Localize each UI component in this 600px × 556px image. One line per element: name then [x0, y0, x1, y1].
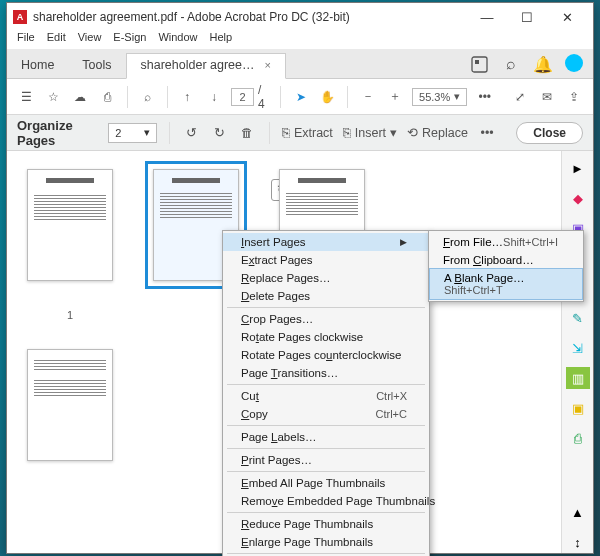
menu-edit[interactable]: Edit	[47, 31, 66, 49]
sidebar-toggle-icon[interactable]: ☰	[17, 87, 36, 107]
page-select[interactable]: 2 ▾	[108, 123, 157, 143]
maximize-button[interactable]: ☐	[507, 5, 547, 29]
page-counter: 2 / 4	[231, 83, 270, 111]
insert-label: Insert	[355, 126, 386, 140]
tab-document[interactable]: shareholder agree… ×	[126, 53, 286, 79]
chevron-down-icon: ▾	[144, 126, 150, 139]
collapse-strip-icon[interactable]: ►	[566, 157, 590, 179]
ctx-page-labels[interactable]: Page Labels…	[223, 428, 429, 446]
extract-button[interactable]: ⎘ Extract	[282, 126, 333, 140]
ctx-page-transitions[interactable]: Page Transitions…	[223, 364, 429, 382]
ctx-insert-pages[interactable]: Insert Pages▶	[223, 233, 429, 251]
create-pdf-icon[interactable]: ◆	[566, 187, 590, 209]
export-pdf-icon[interactable]: ⇲	[566, 337, 590, 359]
search-quick-icon[interactable]: ⌕	[501, 54, 521, 74]
share-icon[interactable]: ⇪	[564, 87, 583, 107]
menu-help[interactable]: Help	[210, 31, 233, 49]
find-icon[interactable]: ⌕	[138, 87, 157, 107]
tab-tools[interactable]: Tools	[68, 54, 125, 78]
quick-tools-icon[interactable]	[469, 54, 489, 74]
print-icon[interactable]: ⎙	[98, 87, 117, 107]
ctx-embed-all-page-thumbnails[interactable]: Embed All Page Thumbnails	[223, 474, 429, 492]
fit-page-icon[interactable]: ⤢	[510, 87, 529, 107]
replace-button[interactable]: ⟲ Replace	[407, 125, 468, 140]
menu-bar: File Edit View E-Sign Window Help	[7, 31, 593, 49]
selection-tool-icon[interactable]: ➤	[291, 87, 310, 107]
window-title: shareholder agreement.pdf - Adobe Acroba…	[33, 10, 467, 24]
extract-label: Extract	[294, 126, 333, 140]
zoom-out-icon[interactable]: －	[358, 87, 377, 107]
extract-icon: ⎘	[282, 126, 290, 140]
more-organize-icon[interactable]: •••	[478, 122, 496, 144]
chevron-down-icon: ▾	[454, 90, 460, 103]
ctx-remove-embedded-page-thumbnails[interactable]: Remove Embedded Page Thumbnails	[223, 492, 429, 510]
hand-tool-icon[interactable]: ✋	[318, 87, 337, 107]
page-select-value: 2	[115, 127, 121, 139]
mail-icon[interactable]: ✉	[537, 87, 556, 107]
zoom-in-icon[interactable]: ＋	[385, 87, 404, 107]
page-current-input[interactable]: 2	[231, 88, 254, 106]
organize-pages-bar: Organize Pages 2 ▾ ↺ ↻ 🗑 ⎘ Extract ⎘ Ins…	[7, 115, 593, 151]
replace-icon: ⟲	[407, 125, 418, 140]
scan-ocr-icon[interactable]: ⎙	[566, 427, 590, 449]
page-up-icon[interactable]: ↑	[178, 87, 197, 107]
svg-rect-0	[472, 57, 487, 72]
resize-grip-icon[interactable]: ↕	[566, 531, 590, 553]
chevron-down-icon: ▾	[390, 125, 397, 140]
replace-label: Replace	[422, 126, 468, 140]
ctx-rotate-pages-counterclockwise[interactable]: Rotate Pages counterclockwise	[223, 346, 429, 364]
ctx-cut[interactable]: CutCtrl+X	[223, 387, 429, 405]
main-toolbar: ☰ ☆ ☁ ⎙ ⌕ ↑ ↓ 2 / 4 ➤ ✋ － ＋ 55.3% ▾ ••• …	[7, 79, 593, 115]
ctx-reduce-page-thumbnails[interactable]: Reduce Page Thumbnails	[223, 515, 429, 533]
menu-file[interactable]: File	[17, 31, 35, 49]
organize-title: Organize Pages	[17, 118, 98, 148]
ctx-delete-pages[interactable]: Delete Pages	[223, 287, 429, 305]
more-tools-icon[interactable]: •••	[475, 87, 494, 107]
zoom-select[interactable]: 55.3% ▾	[412, 88, 467, 106]
rotate-left-icon[interactable]: ↺	[182, 122, 200, 144]
tab-close-icon[interactable]: ×	[265, 59, 271, 71]
app-icon: A	[13, 10, 27, 24]
page-thumbnail-1[interactable]	[27, 169, 113, 281]
menu-esign[interactable]: E-Sign	[113, 31, 146, 49]
minimize-button[interactable]: —	[467, 5, 507, 29]
svg-rect-1	[475, 60, 479, 64]
account-avatar[interactable]	[565, 54, 583, 72]
delete-page-icon[interactable]: 🗑	[239, 122, 257, 144]
page-down-icon[interactable]: ↓	[204, 87, 223, 107]
menu-view[interactable]: View	[78, 31, 102, 49]
close-window-button[interactable]: ✕	[547, 5, 587, 29]
page-label-1: 1	[67, 309, 73, 321]
rotate-right-icon[interactable]: ↻	[210, 122, 228, 144]
sub-a-blank-page[interactable]: A Blank Page…Shift+Ctrl+T	[429, 268, 583, 300]
star-icon[interactable]: ☆	[44, 87, 63, 107]
close-organize-button[interactable]: Close	[516, 122, 583, 144]
fill-sign-icon[interactable]: ✎	[566, 307, 590, 329]
insert-button[interactable]: ⎘ Insert ▾	[343, 125, 397, 140]
zoom-value: 55.3%	[419, 91, 450, 103]
ctx-print-pages[interactable]: Print Pages…	[223, 451, 429, 469]
title-bar: A shareholder agreement.pdf - Adobe Acro…	[7, 3, 593, 31]
right-tool-strip: ► ◆ ▣ ▭ ✎ ✎ ⇲ ▥ ▣ ⎙ ▲ ↕	[561, 151, 593, 553]
bell-icon[interactable]: 🔔	[533, 54, 553, 74]
ctx-crop-pages[interactable]: Crop Pages…	[223, 310, 429, 328]
tab-document-label: shareholder agree…	[141, 58, 255, 72]
page-thumbnail-4[interactable]	[27, 349, 113, 461]
sub-from-file[interactable]: From File…Shift+Ctrl+I	[429, 233, 583, 251]
menu-window[interactable]: Window	[158, 31, 197, 49]
comment-icon[interactable]: ▣	[566, 397, 590, 419]
zoom-slider-icon[interactable]: ▲	[566, 501, 590, 523]
tab-home[interactable]: Home	[7, 54, 68, 78]
ctx-replace-pages[interactable]: Replace Pages…	[223, 269, 429, 287]
sub-from-clipboard[interactable]: From Clipboard…	[429, 251, 583, 269]
insert-submenu: From File…Shift+Ctrl+IFrom Clipboard…A B…	[428, 230, 584, 302]
page-total-label: / 4	[258, 83, 271, 111]
ctx-extract-pages[interactable]: Extract Pages	[223, 251, 429, 269]
organize-pages-icon[interactable]: ▥	[566, 367, 590, 389]
tab-bar: Home Tools shareholder agree… × ⌕ 🔔	[7, 49, 593, 79]
cloud-icon[interactable]: ☁	[71, 87, 90, 107]
ctx-copy[interactable]: CopyCtrl+C	[223, 405, 429, 423]
ctx-enlarge-page-thumbnails[interactable]: Enlarge Page Thumbnails	[223, 533, 429, 551]
ctx-rotate-pages-clockwise[interactable]: Rotate Pages clockwise	[223, 328, 429, 346]
context-menu: Insert Pages▶Extract PagesReplace Pages……	[222, 230, 430, 556]
